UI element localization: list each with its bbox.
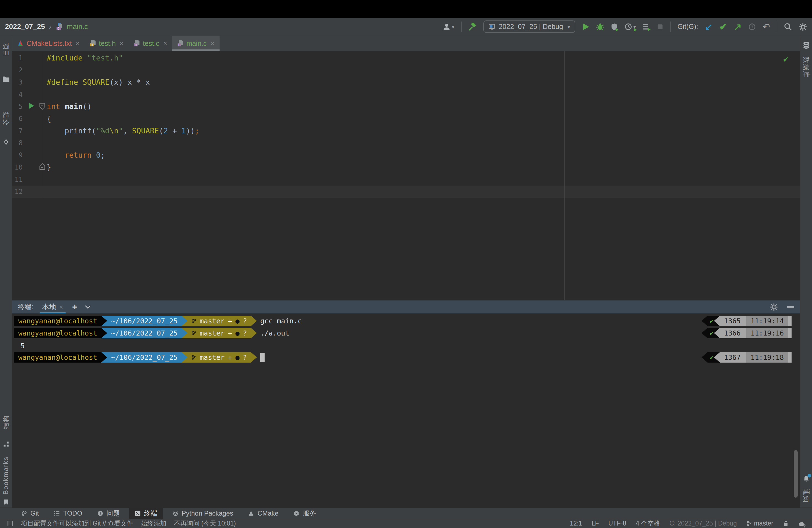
run-button[interactable] (582, 23, 590, 31)
database-icon (802, 41, 810, 49)
breadcrumb-project[interactable]: 2022_07_25 (5, 23, 45, 31)
toolbar-item-services[interactable]: 服务 (288, 508, 321, 518)
git-commit-button[interactable]: ✔ (719, 21, 727, 32)
git-branch-icon (191, 354, 197, 361)
tool-window-bar: Git TODO 问题 终端 Python Packages CMake 服务 (0, 508, 812, 518)
close-icon[interactable]: × (120, 40, 124, 47)
code-line: #include "test.h" (47, 52, 800, 64)
cloud-sync-icon[interactable] (798, 520, 806, 527)
user-account-icon[interactable]: ▾ (443, 23, 454, 31)
terminal-command: ./a.out (260, 329, 289, 337)
unlock-icon[interactable] (783, 520, 789, 527)
toolbar-item-cmake[interactable]: CMake (243, 508, 284, 518)
bookmark-icon (3, 499, 9, 505)
profiler-button[interactable]: ▾ (624, 23, 636, 31)
svg-text:C: C (178, 44, 180, 47)
status-action-always-add[interactable]: 始终添加 (141, 519, 166, 528)
terminal-icon (135, 510, 141, 516)
close-icon[interactable]: × (211, 40, 215, 47)
git-branch-icon (746, 520, 752, 527)
git-label: Git(G): (678, 23, 698, 31)
rollback-button[interactable]: ↶ (763, 21, 770, 32)
caret-position[interactable]: 12:1 (570, 520, 582, 527)
git-update-button[interactable]: ↙ (705, 21, 713, 32)
run-with-concurrency-button[interactable] (643, 23, 650, 30)
toolbar-item-python-packages[interactable]: Python Packages (167, 508, 239, 518)
hide-panel-button[interactable] (787, 306, 794, 308)
build-hammer-icon[interactable] (468, 23, 477, 31)
git-branch-icon (191, 318, 197, 324)
inspection-ok-icon[interactable]: ✔ (783, 54, 788, 64)
settings-gear-icon[interactable] (799, 23, 807, 31)
toolbar-item-git[interactable]: Git (15, 508, 44, 518)
code-line (47, 186, 800, 198)
terminal-options-chevron-icon[interactable] (85, 305, 91, 309)
line-number: 6 (12, 113, 23, 125)
toolbar-item-terminal[interactable]: 终端 (129, 508, 163, 518)
line-number: 8 (12, 137, 23, 149)
fold-marker-icon[interactable] (39, 163, 45, 170)
breadcrumb-file[interactable]: main.c (67, 23, 88, 31)
status-bar: 项目配置文件可以添加到 Git // 查看文件 始终添加 不再询问 (今天 10… (0, 518, 812, 528)
line-number: 4 (12, 88, 23, 101)
cmake-file-icon (17, 40, 24, 47)
toolbar-item-problems[interactable]: 问题 (92, 508, 126, 518)
terminal-scrollbar[interactable] (794, 450, 798, 498)
search-everywhere-icon[interactable] (784, 23, 792, 31)
code-line (47, 64, 800, 76)
indent-setting[interactable]: 4 个空格 (636, 519, 660, 528)
editor-tab-bar: CMakeLists.txt × H test.h × C test.c × C… (12, 36, 800, 52)
new-terminal-button[interactable]: + (72, 302, 77, 312)
run-with-coverage-button[interactable] (611, 23, 618, 31)
timestamp: 11:19:16 (746, 328, 788, 338)
prompt-path-segment: ~/106/2022_07_25 (101, 328, 182, 338)
close-icon[interactable]: × (76, 40, 79, 47)
sidebar-item-database[interactable]: 数据库 (800, 41, 812, 80)
history-number: 1367 (720, 352, 746, 363)
code-area[interactable]: #include "test.h" #define SQUARE(x) x * … (43, 52, 800, 198)
toolbar-divider (777, 21, 777, 32)
svg-text:C: C (135, 44, 137, 47)
editor-gutter[interactable]: 1 2 3 4 5 6 7 8 9 10 11 12 (12, 52, 43, 198)
packages-icon (172, 510, 178, 516)
status-action-dont-ask[interactable]: 不再询问 (今天 10:01) (174, 519, 236, 528)
code-editor[interactable]: 1 2 3 4 5 6 7 8 9 10 11 12 #includ (12, 52, 800, 299)
sidebar-item-commit[interactable]: 提交 (0, 110, 12, 146)
tab-testc[interactable]: C test.c × (128, 35, 172, 51)
prompt-user-segment: wangyanan@localhost (14, 352, 101, 363)
code-line: { (47, 113, 800, 125)
close-icon[interactable]: × (59, 303, 63, 311)
sidebar-item-project[interactable]: 项目 (0, 41, 12, 82)
tab-testh[interactable]: H test.h × (85, 35, 128, 51)
sidebar-item-structure[interactable]: 结构 (0, 413, 12, 448)
line-number: 5 (12, 101, 23, 113)
mini-play-icon (647, 28, 651, 31)
git-push-button[interactable]: ↗ (734, 21, 742, 32)
toolbar-item-todo[interactable]: TODO (48, 508, 88, 518)
terminal-settings-gear-icon[interactable] (770, 303, 778, 311)
git-branch-widget[interactable]: master (746, 520, 773, 527)
terminal-panel[interactable]: wangyanan@localhost ~/106/2022_07_25 mas… (12, 313, 800, 508)
terminal-cursor[interactable] (260, 353, 265, 362)
debug-button[interactable] (596, 23, 604, 31)
structure-icon (3, 441, 10, 448)
fold-marker-icon[interactable] (39, 103, 45, 110)
git-branch-icon (191, 330, 197, 336)
tab-label: CMakeLists.txt (27, 40, 72, 47)
line-ending[interactable]: LF (592, 520, 599, 527)
tool-window-layout-icon[interactable] (6, 520, 13, 527)
run-configuration-select[interactable]: 2022_07_25 | Debug ▾ (483, 20, 575, 33)
sidebar-item-bookmarks[interactable]: Bookmarks (0, 457, 12, 505)
close-icon[interactable]: × (163, 40, 167, 47)
terminal-tab-local[interactable]: 本地 × (41, 300, 65, 314)
error-circle-icon (97, 510, 103, 516)
sidebar-item-notifications[interactable]: 通知 (800, 475, 812, 505)
segment-tail (788, 352, 792, 363)
run-line-marker-icon[interactable] (28, 102, 35, 109)
structure-label: 结构 (2, 415, 11, 429)
prompt-path-segment: ~/106/2022_07_25 (101, 316, 182, 326)
file-encoding[interactable]: UTF-8 (608, 520, 626, 527)
tab-cmakeliststxt[interactable]: CMakeLists.txt × (12, 35, 85, 51)
tab-mainc[interactable]: C main.c × (172, 35, 220, 51)
breadcrumb-separator-icon: › (49, 23, 52, 31)
